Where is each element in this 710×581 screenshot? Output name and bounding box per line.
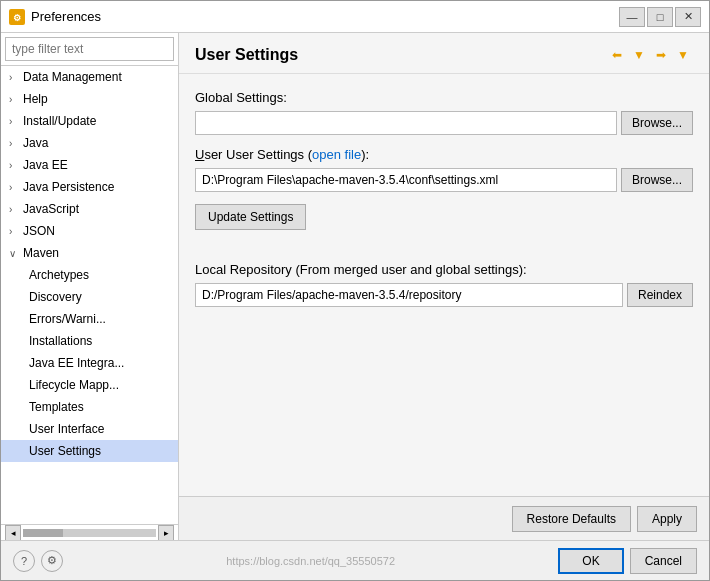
tree-arrow-help: › — [9, 94, 19, 105]
tree-item-installations[interactable]: Installations — [1, 330, 178, 352]
cancel-button[interactable]: Cancel — [630, 548, 697, 574]
local-repo-input[interactable] — [195, 283, 623, 307]
close-button[interactable]: ✕ — [675, 7, 701, 27]
tree-label-java-ee-integration: Java EE Integra... — [29, 356, 124, 370]
user-browse-button[interactable]: Browse... — [621, 168, 693, 192]
tree-item-data-management[interactable]: ›Data Management — [1, 66, 178, 88]
tree-item-java-ee[interactable]: ›Java EE — [1, 154, 178, 176]
tree-label-archetypes: Archetypes — [29, 268, 89, 282]
restore-defaults-button[interactable]: Restore Defaults — [512, 506, 631, 532]
tree-item-user-settings[interactable]: User Settings — [1, 440, 178, 462]
tree-item-maven[interactable]: ∨Maven — [1, 242, 178, 264]
search-box — [1, 33, 178, 66]
help-button[interactable]: ? — [13, 550, 35, 572]
scroll-thumb — [23, 529, 63, 537]
tree-arrow-install-update: › — [9, 116, 19, 127]
tree-arrow-java: › — [9, 138, 19, 149]
left-panel: ›Data Management›Help›Install/Update›Jav… — [1, 33, 179, 540]
tree-arrow-java-persistence: › — [9, 182, 19, 193]
tree-label-install-update: Install/Update — [23, 114, 96, 128]
user-settings-label: User User Settings (open file): — [195, 147, 693, 162]
back-icon-button[interactable]: ⬅ — [607, 45, 627, 65]
tree-item-java[interactable]: ›Java — [1, 132, 178, 154]
global-settings-label: Global Settings: — [195, 90, 693, 105]
right-panel: User Settings ⬅ ▼ ➡ ▼ Global Settings: B… — [179, 33, 709, 540]
tree-label-maven: Maven — [23, 246, 59, 260]
watermark: https://blog.csdn.net/qq_35550572 — [63, 555, 558, 567]
minimize-button[interactable]: — — [619, 7, 645, 27]
search-input[interactable] — [5, 37, 174, 61]
window-controls: — □ ✕ — [619, 7, 701, 27]
tree-label-java: Java — [23, 136, 48, 150]
maximize-button[interactable]: □ — [647, 7, 673, 27]
tree-item-lifecycle-mapping[interactable]: Lifecycle Mapp... — [1, 374, 178, 396]
tree-item-discovery[interactable]: Discovery — [1, 286, 178, 308]
global-settings-input[interactable] — [195, 111, 617, 135]
tree-item-json[interactable]: ›JSON — [1, 220, 178, 242]
tree-arrow-javascript: › — [9, 204, 19, 215]
local-repo-label: Local Repository (From merged user and g… — [195, 262, 693, 277]
apply-button[interactable]: Apply — [637, 506, 697, 532]
global-settings-row: Browse... — [195, 111, 693, 135]
horizontal-scrollbar[interactable]: ◂ ▸ — [1, 524, 178, 540]
tree-label-json: JSON — [23, 224, 55, 238]
header-icons: ⬅ ▼ ➡ ▼ — [607, 45, 693, 65]
tree-label-user-settings: User Settings — [29, 444, 101, 458]
svg-text:⚙: ⚙ — [13, 13, 21, 23]
tree-label-lifecycle-mapping: Lifecycle Mapp... — [29, 378, 119, 392]
tree-label-java-ee: Java EE — [23, 158, 68, 172]
tree-label-java-persistence: Java Persistence — [23, 180, 114, 194]
global-browse-button[interactable]: Browse... — [621, 111, 693, 135]
preferences-window: ⚙ Preferences — □ ✕ ›Data Management›Hel… — [0, 0, 710, 581]
tree-item-user-interface[interactable]: User Interface — [1, 418, 178, 440]
forward-icon-button[interactable]: ➡ — [651, 45, 671, 65]
tree-panel: ›Data Management›Help›Install/Update›Jav… — [1, 66, 178, 524]
footer: ? ⚙ https://blog.csdn.net/qq_35550572 OK… — [1, 540, 709, 580]
ok-button[interactable]: OK — [558, 548, 623, 574]
user-settings-input[interactable] — [195, 168, 617, 192]
tree-arrow-data-management: › — [9, 72, 19, 83]
tree-arrow-java-ee: › — [9, 160, 19, 171]
scroll-left-button[interactable]: ◂ — [5, 525, 21, 541]
scroll-track — [23, 529, 156, 537]
open-file-link[interactable]: open file — [312, 147, 361, 162]
tree-label-templates: Templates — [29, 400, 84, 414]
tree-label-discovery: Discovery — [29, 290, 82, 304]
tree-label-help: Help — [23, 92, 48, 106]
window-icon: ⚙ — [9, 9, 25, 25]
right-panel-title: User Settings — [195, 46, 298, 64]
bottom-bar: Restore Defaults Apply — [179, 496, 709, 540]
tree-arrow-maven: ∨ — [9, 248, 19, 259]
tree-item-javascript[interactable]: ›JavaScript — [1, 198, 178, 220]
settings-button[interactable]: ⚙ — [41, 550, 63, 572]
tree-item-errors-warnings[interactable]: Errors/Warni... — [1, 308, 178, 330]
footer-right: OK Cancel — [558, 548, 697, 574]
tree-item-templates[interactable]: Templates — [1, 396, 178, 418]
tree-arrow-json: › — [9, 226, 19, 237]
main-content: ›Data Management›Help›Install/Update›Jav… — [1, 33, 709, 540]
forward-dropdown-button[interactable]: ▼ — [673, 45, 693, 65]
tree-item-java-ee-integration[interactable]: Java EE Integra... — [1, 352, 178, 374]
user-settings-row: Browse... — [195, 168, 693, 192]
tree-label-errors-warnings: Errors/Warni... — [29, 312, 106, 326]
tree-label-data-management: Data Management — [23, 70, 122, 84]
title-bar: ⚙ Preferences — □ ✕ — [1, 1, 709, 33]
window-title: Preferences — [31, 9, 619, 24]
footer-left: ? ⚙ — [13, 550, 63, 572]
back-dropdown-button[interactable]: ▼ — [629, 45, 649, 65]
tree-item-java-persistence[interactable]: ›Java Persistence — [1, 176, 178, 198]
right-body: Global Settings: Browse... User User Set… — [179, 74, 709, 496]
tree-item-archetypes[interactable]: Archetypes — [1, 264, 178, 286]
tree-item-help[interactable]: ›Help — [1, 88, 178, 110]
tree-label-installations: Installations — [29, 334, 92, 348]
separator — [195, 246, 693, 262]
scroll-right-button[interactable]: ▸ — [158, 525, 174, 541]
tree-label-javascript: JavaScript — [23, 202, 79, 216]
update-settings-button[interactable]: Update Settings — [195, 204, 306, 230]
tree-item-install-update[interactable]: ›Install/Update — [1, 110, 178, 132]
local-repo-row: Reindex — [195, 283, 693, 307]
tree-label-user-interface: User Interface — [29, 422, 104, 436]
reindex-button[interactable]: Reindex — [627, 283, 693, 307]
right-header: User Settings ⬅ ▼ ➡ ▼ — [179, 33, 709, 74]
